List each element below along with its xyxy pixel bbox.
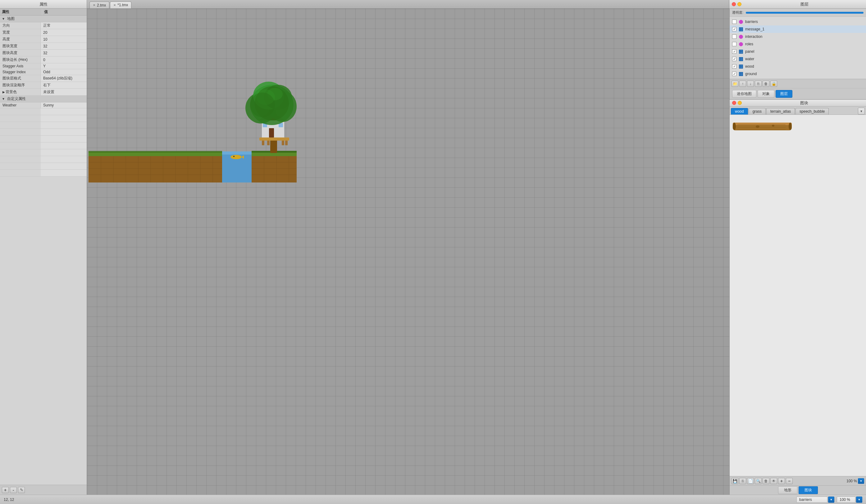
zoom-dropdown-btn[interactable]: ▼ <box>856 496 862 503</box>
layer-item-wood[interactable]: ✓ wood <box>730 63 866 70</box>
layers-window-min-btn[interactable] <box>737 2 742 6</box>
layer-type-icon-panel <box>739 49 743 54</box>
tileset-tool-search[interactable]: 🔍 <box>755 478 762 484</box>
prop-row-hex: 图块边长 (Hex) 0 <box>0 57 87 63</box>
layer-type-icon-wood <box>739 64 743 69</box>
layer-select-box[interactable]: barriers <box>797 496 828 503</box>
svg-rect-32 <box>259 137 289 140</box>
prop-row-tile-height: 图块高度 32 <box>0 50 87 57</box>
tab-close-icon-2[interactable]: ✕ <box>113 3 116 7</box>
tileset-zoom-dropdown[interactable]: ▼ <box>858 478 864 484</box>
layer-list: barriers ✓ message <box>730 17 866 79</box>
layers-tool-delete[interactable]: 🗑 <box>763 81 769 87</box>
tileset-tab-wood[interactable]: wood <box>731 108 748 115</box>
minimap-nav-button[interactable]: 迷你地图 <box>732 90 756 98</box>
layer-name-panel: panel <box>745 49 754 54</box>
layer-name-barriers: barriers <box>745 20 758 24</box>
svg-rect-15 <box>89 151 222 153</box>
terrain-mode-button[interactable]: 地形 <box>778 486 797 494</box>
layer-name-message1: message_1 <box>745 27 764 31</box>
layers-tool-up[interactable]: ↑ <box>739 81 746 87</box>
layers-tool-copy[interactable]: ⎘ <box>755 81 762 87</box>
tileset-tool-save[interactable]: 💾 <box>732 478 739 484</box>
layer-type-icon-water <box>739 57 743 61</box>
scene-container <box>89 80 297 193</box>
remove-property-button[interactable]: - <box>10 487 17 493</box>
prop-row-empty-1 <box>0 108 87 115</box>
layers-tool-lock[interactable]: 🔒 <box>770 81 777 87</box>
layer-checkbox-panel[interactable]: ✓ <box>732 49 736 54</box>
layers-panel-title: 图层 <box>729 0 866 9</box>
zoom-value-box[interactable]: 100 % <box>837 496 855 503</box>
prop-row-empty-6 <box>0 142 87 149</box>
tile-mode-button[interactable]: 图块 <box>799 486 818 494</box>
right-panels: 透明度: barriers ✓ <box>729 9 866 495</box>
prop-row-stagger-index: Stagger Index Odd <box>0 69 87 75</box>
svg-point-51 <box>250 92 275 117</box>
layers-window-close-btn[interactable] <box>732 2 736 6</box>
tileset-tool-delete[interactable]: 🗑 <box>763 478 769 484</box>
wood-tiles-preview <box>733 118 795 137</box>
layer-checkbox-ground[interactable]: ✓ <box>732 72 736 76</box>
bottom-layer-selector: barriers ▼ <box>797 496 834 503</box>
tileset-tab-grass[interactable]: grass <box>748 108 766 115</box>
prop-row-bgcolor: ▶背景色 未设置 <box>0 89 87 95</box>
tileset-tool-copy[interactable]: ⎘ <box>739 478 746 484</box>
prop-table-header: 属性 值 <box>0 9 87 15</box>
layer-item-roles[interactable]: roles <box>730 41 866 48</box>
prop-row-empty-4 <box>0 129 87 136</box>
layer-item-interaction[interactable]: interaction <box>730 33 866 41</box>
prop-row-render-order: 图块渲染顺序 右下 <box>0 82 87 89</box>
layer-checkbox-water[interactable]: ✓ <box>732 57 736 61</box>
tab-close-icon-1[interactable]: ✕ <box>93 3 95 7</box>
map-editor-canvas[interactable] <box>87 9 729 495</box>
layer-item-barriers[interactable]: barriers <box>730 18 866 25</box>
editor-tabs-bar: ✕ 2.tmx ✕ *1.tmx <box>87 0 729 9</box>
layer-name-interaction: interaction <box>745 34 762 39</box>
layers-tool-down[interactable]: ↓ <box>747 81 754 87</box>
tileset-tool-view[interactable]: 👁 <box>770 478 777 484</box>
layer-checkbox-barriers[interactable] <box>732 20 736 24</box>
tileset-window-min-btn[interactable] <box>738 101 742 105</box>
layer-checkbox-message1[interactable]: ✓ <box>732 27 736 31</box>
svg-point-60 <box>772 125 774 127</box>
tileset-tab-speech[interactable]: speech_bubble <box>796 108 829 115</box>
layer-checkbox-roles[interactable] <box>732 42 736 46</box>
section-map-header: ▼ 地图 <box>0 15 87 22</box>
layer-name-ground: ground <box>745 72 757 76</box>
tileset-content[interactable] <box>730 115 866 476</box>
prop-row-direction: 方向 正常 <box>0 22 87 29</box>
tileset-window-close-btn[interactable] <box>732 101 736 105</box>
layer-type-icon-message1 <box>739 27 743 32</box>
layer-select-dropdown[interactable]: ▼ <box>828 496 834 503</box>
tileset-tool-add[interactable]: + <box>778 478 785 484</box>
tileset-mode-buttons: 地形 图块 <box>730 485 866 495</box>
edit-property-button[interactable]: ✎ <box>18 487 25 493</box>
layers-nav-button-active[interactable]: 图层 <box>776 90 792 98</box>
layer-checkbox-interaction[interactable] <box>732 34 736 39</box>
layers-tool-open[interactable]: 📁 <box>732 81 739 87</box>
objects-nav-button[interactable]: 对象 <box>758 90 774 98</box>
transparency-slider[interactable] <box>746 12 864 14</box>
prop-row-weather: Weather Sunny <box>0 102 87 108</box>
layer-item-message1[interactable]: ✓ message_1 <box>730 25 866 33</box>
section-custom-header: ▼ 自定义属性 <box>0 95 87 102</box>
tab-2tmx[interactable]: ✕ 2.tmx <box>89 2 109 8</box>
bottom-right-controls: barriers ▼ 100 % ▼ <box>797 496 862 503</box>
layer-item-panel[interactable]: ✓ panel <box>730 48 866 55</box>
svg-point-18 <box>231 155 242 159</box>
prop-row-empty-2 <box>0 115 87 122</box>
layer-type-icon-roles <box>739 42 743 47</box>
layer-checkbox-wood[interactable]: ✓ <box>732 64 736 69</box>
tab-1tmx[interactable]: ✕ *1.tmx <box>110 2 131 8</box>
tileset-tool-file[interactable]: 📄 <box>747 478 754 484</box>
layer-item-water[interactable]: ✓ water <box>730 55 866 63</box>
tileset-tab-dropdown[interactable]: ▼ <box>858 108 865 115</box>
layer-item-ground[interactable]: ✓ ground <box>730 70 866 78</box>
tileset-tab-terrain[interactable]: terrain_atlas <box>766 108 795 115</box>
add-property-button[interactable]: + <box>2 487 9 493</box>
tileset-tool-minus[interactable]: − <box>786 478 793 484</box>
bottom-zoom-selector: 100 % ▼ <box>837 496 862 503</box>
layers-nav-buttons: 迷你地图 对象 图层 <box>730 88 866 99</box>
tileset-panel-title: 图块 <box>745 100 864 106</box>
